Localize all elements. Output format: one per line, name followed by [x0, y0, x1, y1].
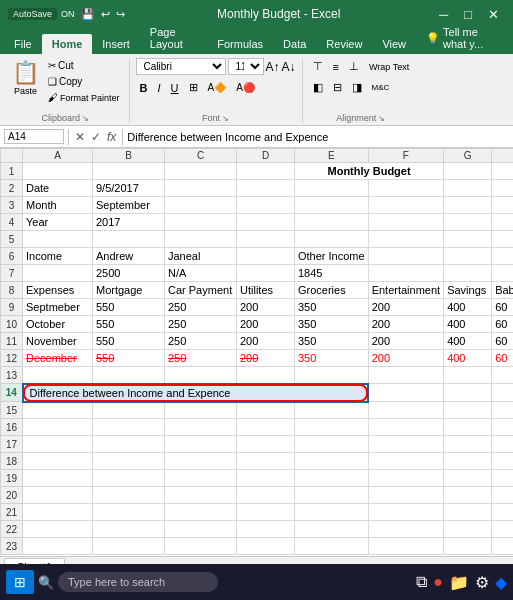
cell-A9[interactable]: Septmeber [23, 299, 93, 316]
cell-B9[interactable]: 550 [93, 299, 165, 316]
cell-A1[interactable] [23, 163, 93, 180]
cell-H7[interactable] [492, 265, 513, 282]
col-header-G[interactable]: G [444, 149, 492, 163]
align-center-button[interactable]: ⊟ [329, 79, 346, 96]
cell-E4[interactable] [295, 214, 369, 231]
cell-G6[interactable] [444, 248, 492, 265]
cell-D11[interactable]: 200 [237, 333, 295, 350]
cell-C10[interactable]: 250 [165, 316, 237, 333]
cell-E6[interactable]: Other Income [295, 248, 369, 265]
cell-F8[interactable]: Entertainment [368, 282, 443, 299]
minimize-button[interactable]: ─ [433, 7, 454, 22]
cell-A15[interactable] [23, 402, 93, 419]
cell-F12[interactable]: 200 [368, 350, 443, 367]
cell-F14[interactable] [368, 384, 443, 402]
cell-E2[interactable] [295, 180, 369, 197]
cell-C4[interactable] [165, 214, 237, 231]
cell-B8[interactable]: Mortgage [93, 282, 165, 299]
align-top-button[interactable]: ⊤ [309, 58, 327, 75]
cell-E3[interactable] [295, 197, 369, 214]
cell-B4[interactable]: 2017 [93, 214, 165, 231]
tab-home[interactable]: Home [42, 34, 93, 54]
cell-C3[interactable] [165, 197, 237, 214]
cell-F11[interactable]: 200 [368, 333, 443, 350]
cell-B13[interactable] [93, 367, 165, 384]
font-name-select[interactable]: Calibri [136, 58, 226, 75]
align-middle-button[interactable]: ≡ [329, 58, 343, 75]
cell-H1[interactable] [492, 163, 513, 180]
format-painter-button[interactable]: 🖌 Format Painter [45, 90, 123, 105]
cell-H8[interactable]: Baby Stuf [492, 282, 513, 299]
insert-function-icon[interactable]: fx [105, 130, 118, 144]
align-bottom-button[interactable]: ⊥ [345, 58, 363, 75]
cell-G10[interactable]: 400 [444, 316, 492, 333]
col-header-F[interactable]: F [368, 149, 443, 163]
cell-D2[interactable] [237, 180, 295, 197]
font-grow-icon[interactable]: A↑ [266, 60, 280, 74]
clipboard-expand-icon[interactable]: ↘ [82, 114, 89, 123]
cell-A3[interactable]: Month [23, 197, 93, 214]
cell-H15[interactable] [492, 402, 513, 419]
cell-B6[interactable]: Andrew [93, 248, 165, 265]
col-header-E[interactable]: E [295, 149, 369, 163]
cell-G8[interactable]: Savings [444, 282, 492, 299]
cell-E5[interactable] [295, 231, 369, 248]
cell-A7[interactable] [23, 265, 93, 282]
cell-H4[interactable] [492, 214, 513, 231]
fill-color-button[interactable]: A🔶 [204, 80, 231, 95]
cell-G3[interactable] [444, 197, 492, 214]
cell-D8[interactable]: Utilites [237, 282, 295, 299]
cell-E15[interactable] [295, 402, 369, 419]
dropbox-icon[interactable]: ◆ [495, 573, 507, 592]
cell-G9[interactable]: 400 [444, 299, 492, 316]
cell-A5[interactable] [23, 231, 93, 248]
task-view-icon[interactable]: ⧉ [416, 573, 427, 592]
taskbar-search-input[interactable] [58, 572, 218, 592]
cell-G12[interactable]: 400 [444, 350, 492, 367]
cell-A8[interactable]: Expenses [23, 282, 93, 299]
close-button[interactable]: ✕ [482, 7, 505, 22]
cut-button[interactable]: ✂ Cut [45, 58, 123, 73]
cell-B5[interactable] [93, 231, 165, 248]
cell-H2[interactable] [492, 180, 513, 197]
cell-A10[interactable]: October [23, 316, 93, 333]
cell-D4[interactable] [237, 214, 295, 231]
cell-F13[interactable] [368, 367, 443, 384]
cell-G1[interactable] [444, 163, 492, 180]
tab-file[interactable]: File [4, 34, 42, 54]
cell-B11[interactable]: 550 [93, 333, 165, 350]
cell-D5[interactable] [237, 231, 295, 248]
cell-H11[interactable]: 60 [492, 333, 513, 350]
cell-D9[interactable]: 200 [237, 299, 295, 316]
cell-D6[interactable] [237, 248, 295, 265]
col-header-D[interactable]: D [237, 149, 295, 163]
cell-G5[interactable] [444, 231, 492, 248]
align-left-button[interactable]: ◧ [309, 79, 327, 96]
tab-tell-me[interactable]: 💡 Tell me what y... [416, 22, 509, 54]
save-icon[interactable]: 💾 [81, 8, 95, 21]
cell-H14[interactable] [492, 384, 513, 402]
cell-B12[interactable]: 550 [93, 350, 165, 367]
cell-H9[interactable]: 60 [492, 299, 513, 316]
cell-E9[interactable]: 350 [295, 299, 369, 316]
cell-B2[interactable]: 9/5/2017 [93, 180, 165, 197]
cell-H10[interactable]: 60 [492, 316, 513, 333]
underline-button[interactable]: U [167, 80, 183, 96]
cell-C1[interactable] [165, 163, 237, 180]
cell-E7[interactable]: 1845 [295, 265, 369, 282]
cell-E10[interactable]: 350 [295, 316, 369, 333]
col-header-A[interactable]: A [23, 149, 93, 163]
col-header-H[interactable]: H [492, 149, 513, 163]
redo-icon[interactable]: ↪ [116, 8, 125, 21]
align-right-button[interactable]: ◨ [348, 79, 366, 96]
font-shrink-icon[interactable]: A↓ [282, 60, 296, 74]
cell-B3[interactable]: September [93, 197, 165, 214]
cell-D13[interactable] [237, 367, 295, 384]
cancel-formula-icon[interactable]: ✕ [73, 130, 87, 144]
cell-G2[interactable] [444, 180, 492, 197]
cell-E11[interactable]: 350 [295, 333, 369, 350]
confirm-formula-icon[interactable]: ✓ [89, 130, 103, 144]
tab-insert[interactable]: Insert [92, 34, 140, 54]
cell-D7[interactable] [237, 265, 295, 282]
cell-E1[interactable]: Monthly Budget [295, 163, 444, 180]
